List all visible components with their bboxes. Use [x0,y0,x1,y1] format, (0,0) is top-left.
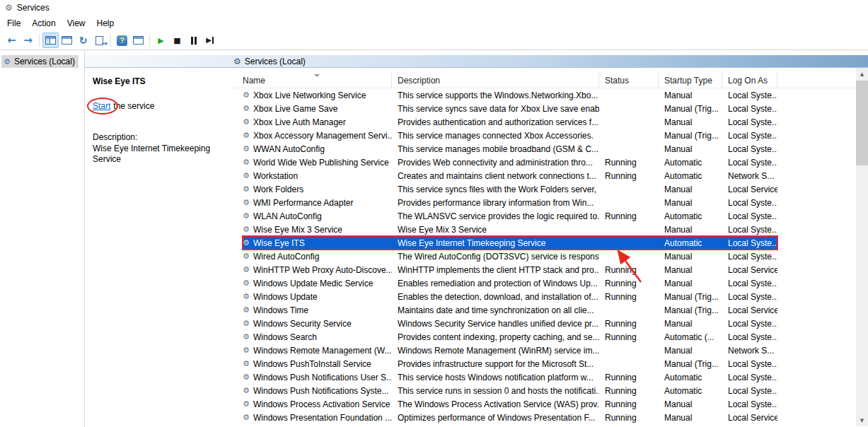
tree-item-services-local[interactable]: Services (Local) [1,55,79,68]
table-row[interactable]: Workstation Creates and maintains client… [243,169,777,182]
service-log-on-as-cell: Local Service [722,413,777,423]
window-title: Services [17,3,50,13]
table-row[interactable]: Xbox Live Networking Service This servic… [243,88,777,102]
table-row[interactable]: Windows Update Medic Service Enables rem… [243,276,777,290]
start-service-link[interactable]: Start [93,101,110,111]
table-row[interactable]: WWAN AutoConfig This service manages mob… [243,142,777,156]
column-header-description[interactable]: Description [392,73,599,88]
service-name-cell: Wise Eye Mix 3 Service [253,225,392,235]
service-status-cell: Running [599,399,659,409]
table-row[interactable]: Windows Push Notifications Syste... This… [243,384,777,397]
service-name-cell: Windows Push Notifications Syste... [253,386,392,396]
service-name-cell: Wired AutoConfig [253,252,392,262]
table-row[interactable]: Xbox Live Game Save This service syncs s… [243,102,777,115]
table-row[interactable]: Xbox Accessory Management Servi... This … [243,129,777,142]
service-description-cell: This service manages connected Xbox Acce… [392,131,599,141]
table-row[interactable]: Windows Time Maintains date and time syn… [243,303,777,317]
service-status-cell: Running [599,211,659,221]
selected-service-name: Wise Eye ITS [93,76,226,86]
help-button[interactable] [114,33,130,48]
column-header-log-on-as[interactable]: Log On As [722,73,777,88]
table-row[interactable]: WMI Performance Adapter Provides perform… [243,196,777,209]
service-name-cell: World Wide Web Publishing Service [253,158,392,168]
export-list-button[interactable] [91,33,108,48]
vertical-scrollbar[interactable] [856,68,868,426]
service-startup-type-cell: Manual [659,117,722,127]
table-row[interactable]: Work Folders This service syncs files wi… [243,182,777,196]
service-gear-icon [243,320,253,327]
console-body: Services (Local) Services (Local) Wise E… [0,51,868,427]
table-row[interactable]: Wise Eye ITS Wise Eye Internet Timekeepi… [243,236,777,250]
service-status-cell: Running [599,332,659,342]
stop-service-icon [173,37,180,45]
column-header-startup-type[interactable]: Startup Type [659,73,722,88]
table-row[interactable]: Windows Push Notifications User S... Thi… [243,370,777,384]
menu-help[interactable]: Help [91,17,120,30]
properties-button[interactable] [59,33,75,48]
service-status-cell: Running [599,413,659,423]
service-gear-icon [243,226,253,233]
menu-file[interactable]: File [1,17,26,30]
table-row[interactable]: World Wide Web Publishing Service Provid… [243,156,777,169]
new-window-button[interactable] [130,33,146,48]
start-service-button[interactable] [153,33,169,48]
service-name-cell: Work Folders [253,185,392,194]
service-gear-icon [243,306,253,314]
table-row[interactable] [243,424,777,426]
table-row[interactable]: Windows Search Provides content indexing… [243,330,777,344]
table-row[interactable]: Windows Update Enables the detection, do… [243,290,777,303]
table-row[interactable]: Wise Eye Mix 3 Service Wise Eye Mix 3 Se… [243,223,777,236]
service-gear-icon [243,279,253,287]
service-name-cell: Wise Eye ITS [253,238,392,248]
menu-view[interactable]: View [62,17,91,30]
forward-button[interactable] [20,33,36,48]
toolbar-separator [149,34,150,47]
column-header-status[interactable]: Status [599,73,659,88]
table-row[interactable]: Xbox Live Auth Manager Provides authenti… [243,115,777,129]
service-startup-type-cell: Automatic [659,171,722,181]
services-rows: Xbox Live Networking Service This servic… [233,88,868,426]
service-name-cell: WWAN AutoConfig [253,144,392,154]
stop-service-button[interactable] [169,33,185,48]
table-row[interactable]: Windows Process Activation Service The W… [243,397,777,411]
service-startup-type-cell: Manual [659,265,722,275]
service-name-cell: Windows Time [253,305,392,315]
back-arrow-icon [7,35,16,46]
service-log-on-as-cell: Local Syste... [722,319,777,329]
table-row[interactable]: Windows Presentation Foundation ... Opti… [243,411,777,424]
service-name-cell: Xbox Live Game Save [253,104,392,114]
table-row[interactable]: Windows Security Service Windows Securit… [243,317,777,330]
start-link-wrap: Start [93,101,110,111]
table-row[interactable]: WLAN AutoConfig The WLANSVC service prov… [243,209,777,223]
table-row[interactable]: Wired AutoConfig The Wired AutoConfig (D… [243,250,777,263]
scrollbar-thumb[interactable] [856,81,868,165]
restart-service-button[interactable] [202,33,218,48]
show-hide-console-tree-button[interactable] [42,33,59,48]
service-log-on-as-cell: Local Syste... [722,117,777,127]
service-status-cell: Running [599,265,659,275]
restart-service-icon [206,37,214,44]
refresh-button[interactable] [75,33,91,48]
service-log-on-as-cell: Local Syste... [722,198,777,208]
table-row[interactable]: Windows Remote Management (W... Windows … [243,344,777,357]
back-button[interactable] [4,33,20,48]
service-startup-type-cell: Automatic [659,211,722,221]
service-description-cell: Provides infrastructure support for the … [392,359,599,369]
services-content: Wise Eye ITS Start the service Descripti… [85,68,868,426]
services-pane: Services (Local) Wise Eye ITS Start the … [85,51,868,427]
service-log-on-as-cell: Network S... [722,171,777,181]
service-startup-type-cell: Manual (Trig... [659,292,722,302]
menu-action[interactable]: Action [26,17,61,30]
table-row[interactable]: WinHTTP Web Proxy Auto-Discove... WinHTT… [243,263,777,276]
scroll-down-arrow-icon[interactable] [856,414,868,426]
list-column-headers: Name Description Status Startup Type Log… [233,73,868,88]
services-header-icon [233,57,241,66]
service-name-cell: Windows Remote Management (W... [253,346,392,356]
scroll-up-arrow-icon[interactable] [856,68,868,80]
service-gear-icon [243,360,253,368]
pause-service-button[interactable] [185,33,202,48]
service-gear-icon [243,293,253,300]
service-description-cell: Windows Security Service handles unified… [392,319,599,329]
service-log-on-as-cell: Local Service [722,265,777,275]
table-row[interactable]: Windows PushToInstall Service Provides i… [243,357,777,370]
